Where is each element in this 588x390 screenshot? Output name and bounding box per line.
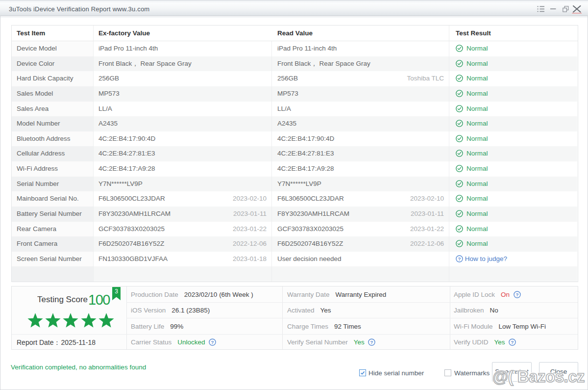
svg-text:?: ? bbox=[511, 339, 514, 345]
svg-text:?: ? bbox=[515, 292, 518, 297]
svg-text:?: ? bbox=[211, 339, 214, 345]
svg-text:?: ? bbox=[458, 256, 461, 261]
svg-text:?: ? bbox=[370, 339, 373, 345]
svg-text:3: 3 bbox=[115, 288, 118, 295]
